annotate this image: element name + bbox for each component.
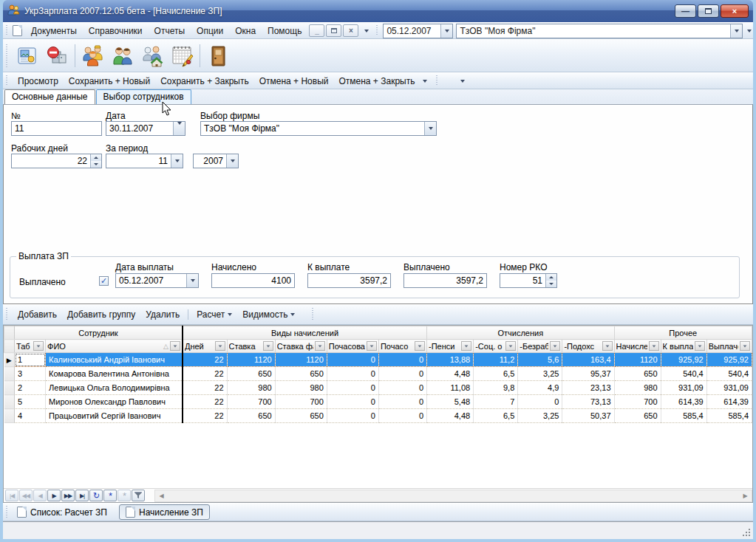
menu-item-3[interactable]: Отчеты: [149, 24, 191, 38]
grid-horizontal-scrollbar[interactable]: ◀ ▶: [154, 490, 752, 502]
cell[interactable]: 925,92: [661, 353, 706, 367]
column-filter-button[interactable]: [550, 341, 560, 351]
rko-number-spinedit[interactable]: 51: [500, 273, 557, 288]
column-filter-button[interactable]: [695, 341, 705, 351]
cell[interactable]: 3: [15, 367, 46, 381]
toolbar-grip[interactable]: [436, 75, 440, 86]
cell[interactable]: 0: [327, 395, 378, 409]
cell[interactable]: 4,48: [427, 367, 474, 381]
dropdown-arrow-icon[interactable]: [171, 154, 183, 168]
cell[interactable]: Комарова Валентина Антонівна: [46, 367, 183, 381]
cell[interactable]: 4: [15, 409, 46, 423]
cell[interactable]: 585,4: [661, 409, 706, 423]
dropdown-arrow-icon[interactable]: [730, 24, 742, 38]
cell[interactable]: 650: [614, 367, 661, 381]
cell[interactable]: 540,4: [706, 367, 752, 381]
cell[interactable]: 585,4: [706, 409, 752, 423]
cell[interactable]: 650: [275, 367, 327, 381]
tab-employee-selection[interactable]: Выбор сотрудников: [96, 89, 191, 104]
cell[interactable]: 0: [378, 367, 426, 381]
cell[interactable]: 540,4: [661, 367, 706, 381]
cell[interactable]: 2: [15, 381, 46, 395]
menu-options-arrow-icon[interactable]: [364, 30, 369, 32]
table-row[interactable]: 3Комарова Валентина Антонівна22650650004…: [4, 367, 752, 381]
column-header-10[interactable]: -Безраб: [518, 340, 562, 353]
cell[interactable]: 11,08: [427, 381, 474, 395]
column-header-11[interactable]: -Подохс: [562, 340, 614, 353]
column-header-1[interactable]: Таб: [15, 340, 46, 353]
period-year-combobox[interactable]: 2007: [193, 154, 239, 168]
mdi-close-button[interactable]: ×: [343, 24, 358, 37]
menu-item-5[interactable]: Окна: [229, 24, 262, 38]
cell[interactable]: 931,09: [661, 381, 706, 395]
household-icon[interactable]: [137, 42, 167, 70]
cell[interactable]: 0: [327, 367, 378, 381]
column-filter-button[interactable]: [315, 341, 325, 351]
cell[interactable]: 650: [227, 367, 275, 381]
column-filter-button[interactable]: [461, 341, 471, 351]
cell[interactable]: Калиновський Андрій Іванович: [46, 353, 183, 367]
cell[interactable]: 4,48: [427, 409, 474, 423]
action-button-4[interactable]: Отмена + Новый: [254, 75, 334, 88]
table-row[interactable]: 2Левицька Ольга Володимирівна22980980001…: [4, 381, 752, 395]
list-document-button[interactable]: Список: Расчет ЗП: [13, 507, 112, 518]
nav-insert-button[interactable]: *: [103, 490, 117, 501]
cell[interactable]: 5: [15, 395, 46, 409]
column-filter-button[interactable]: [649, 341, 659, 351]
band-header-3[interactable]: Отчисления: [427, 326, 614, 340]
toolbar-grip[interactable]: [6, 308, 10, 321]
column-filter-button[interactable]: [33, 341, 44, 351]
journal-icon[interactable]: [13, 42, 42, 70]
workdays-spinedit[interactable]: 22: [11, 154, 102, 168]
column-filter-button[interactable]: [215, 341, 225, 351]
column-filter-button[interactable]: [740, 341, 750, 351]
period-date-combobox[interactable]: 05.12.2007: [383, 24, 453, 38]
cell[interactable]: 700: [275, 395, 327, 409]
column-filter-button[interactable]: [170, 341, 180, 351]
firm-options-arrow-icon[interactable]: [747, 30, 752, 32]
toolbar-grip[interactable]: [312, 308, 316, 321]
cell[interactable]: 9,8: [474, 381, 518, 395]
cell[interactable]: 13,88: [427, 353, 474, 367]
cell[interactable]: Працьовитий Сергій Іванович: [46, 409, 183, 423]
nav-refresh-button[interactable]: ↻: [89, 490, 103, 501]
cell[interactable]: 22: [183, 409, 227, 423]
menu-item-1[interactable]: Документы: [25, 24, 83, 38]
dropdown-arrow-icon[interactable]: [186, 274, 198, 287]
column-header-8[interactable]: -Пенси: [427, 340, 474, 353]
cell[interactable]: 650: [227, 409, 275, 423]
cell[interactable]: 50,37: [562, 409, 614, 423]
cell[interactable]: 5,48: [427, 395, 474, 409]
cell[interactable]: 931,09: [706, 381, 752, 395]
close-button[interactable]: ×: [721, 4, 749, 18]
paid-checkbox[interactable]: ✓: [99, 276, 109, 286]
cell[interactable]: 0: [327, 409, 378, 423]
toolbar-grip[interactable]: [6, 75, 10, 86]
table-row[interactable]: ▶1Калиновський Андрій Іванович2211201120…: [4, 353, 752, 367]
cell[interactable]: 1120: [275, 353, 327, 367]
menu-item-4[interactable]: Опции: [191, 24, 229, 38]
restore-button[interactable]: [698, 4, 719, 18]
period-month-combobox[interactable]: 11: [106, 154, 183, 168]
cell[interactable]: 1120: [614, 353, 661, 367]
minimize-button[interactable]: —: [675, 4, 696, 18]
column-header-9[interactable]: -Соц. о: [474, 340, 518, 353]
number-input[interactable]: 11: [11, 121, 102, 136]
accrued-input[interactable]: 4100: [211, 273, 295, 288]
cell[interactable]: 0: [378, 381, 426, 395]
cell[interactable]: 0: [378, 395, 426, 409]
tab-main-data[interactable]: Основные данные: [4, 89, 95, 104]
cell[interactable]: 700: [227, 395, 275, 409]
grid-button-3[interactable]: Удалить: [140, 308, 185, 321]
employees-pair-icon[interactable]: [108, 42, 137, 70]
cell[interactable]: 980: [614, 381, 661, 395]
column-filter-button[interactable]: [415, 341, 425, 351]
cell[interactable]: Левицька Ольга Володимирівна: [46, 381, 183, 395]
cell[interactable]: 22: [183, 353, 227, 367]
column-filter-button[interactable]: [263, 341, 273, 351]
to-pay-input[interactable]: 3597,2: [307, 273, 391, 288]
column-header-7[interactable]: Почасо: [378, 340, 426, 353]
company-blocked-icon[interactable]: [42, 42, 72, 70]
nav-filter-button[interactable]: [132, 490, 145, 501]
cell[interactable]: 6,5: [474, 367, 518, 381]
